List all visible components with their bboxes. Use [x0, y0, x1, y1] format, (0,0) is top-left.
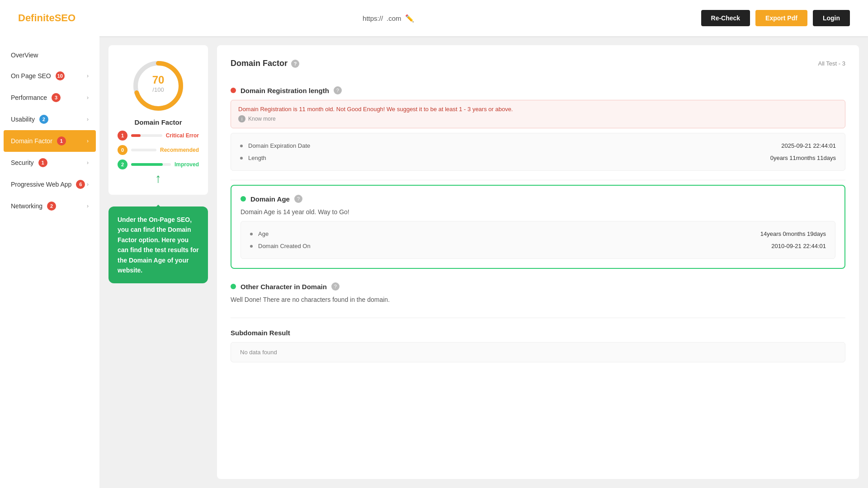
sidebar-label-pwa: Progressive Web App [11, 181, 71, 188]
sidebar-item-overview[interactable]: OverView [0, 45, 99, 65]
factor-row-domain-age: Domain Age ? Domain Age is 14 year old. … [231, 185, 845, 269]
detail-key-age: Age [258, 230, 760, 237]
sidebar-item-usability[interactable]: Usability 2 › [0, 108, 99, 130]
factor-row-header-otherchar: Other Character in Domain ? [231, 282, 845, 291]
chevron-icon-networking: › [87, 203, 89, 209]
sidebar-item-onpageseo[interactable]: On Page SEO 10 › [0, 65, 99, 87]
factor-row-other-char: Other Character in Domain ? Well Done! T… [231, 273, 845, 318]
dot-age [250, 233, 253, 235]
dot-expiration [240, 145, 243, 147]
legend-text-improved: Improved [175, 161, 199, 168]
export-button[interactable]: Export Pdf [755, 10, 807, 26]
legend-items: 1 Critical Error 0 Recommended [118, 131, 199, 169]
sidebar-badge-security: 1 [38, 158, 47, 167]
legend-text-critical: Critical Error [166, 132, 199, 139]
factor-info-icon-age[interactable]: ? [294, 195, 302, 203]
factor-name-otherchar: Other Character in Domain [241, 283, 327, 291]
subdomain-title: Subdomain Result [231, 329, 845, 337]
sidebar-label-overview: OverView [11, 52, 38, 59]
sidebar-item-pwa[interactable]: Progressive Web App 6 › [0, 174, 99, 195]
sidebar-label-performance: Performance [11, 94, 47, 101]
detail-row-expiration: Domain Expiration Date 2025-09-21 22:44:… [240, 140, 836, 152]
sidebar-badge-domainfactor: 1 [57, 136, 66, 145]
detail-row-length: Length 0years 11months 11days [240, 152, 836, 164]
score-number: 70 [152, 74, 165, 86]
section-info-icon[interactable]: ? [291, 60, 299, 68]
sidebar-badge-networking: 2 [47, 202, 56, 211]
sidebar-badge-onpageseo: 10 [56, 71, 65, 80]
status-dot-age [241, 196, 246, 202]
sidebar-badge-pwa: 6 [76, 180, 85, 189]
legend-dot-recommended: 0 [118, 145, 127, 155]
score-total-text: /100 [152, 86, 164, 93]
legend-dot-critical: 1 [118, 131, 127, 141]
chevron-icon-domainfactor: › [87, 138, 89, 144]
detail-row-age: Age 14years 0months 19days [250, 228, 826, 240]
sidebar-item-domainfactor[interactable]: Domain Factor 1 › [4, 130, 96, 152]
content-area: 70 /100 Domain Factor 1 Critical Error [99, 36, 868, 488]
know-more-link[interactable]: Know more [248, 116, 276, 122]
factor-info-icon-otherchar[interactable]: ? [331, 282, 340, 291]
main-content: Domain Factor ? All Test - 3 Domain Regi… [217, 45, 859, 479]
main-layout: OverView On Page SEO 10 › Performance 3 … [0, 36, 868, 488]
success-text-age: Domain Age is 14 year old. Way to Go! [241, 208, 835, 216]
score-circle-svg: 70 /100 [131, 59, 185, 113]
success-text-otherchar: Well Done! There are no characters found… [231, 296, 845, 303]
chevron-icon-usability: › [87, 116, 89, 122]
sidebar: OverView On Page SEO 10 › Performance 3 … [0, 36, 99, 488]
chevron-icon-onpageseo: › [87, 73, 89, 79]
up-arrow-icon: ↑ [155, 171, 161, 186]
legend-item-recommended: 0 Recommended [118, 145, 199, 155]
login-button[interactable]: Login [813, 10, 850, 26]
factor-row-header-registration: Domain Registration length ? [231, 86, 845, 94]
section-title: Domain Factor ? [231, 59, 299, 68]
score-panel: 70 /100 Domain Factor 1 Critical Error [108, 45, 208, 479]
detail-row-created: Domain Created On 2010-09-21 22:44:01 [250, 240, 826, 252]
sidebar-label-usability: Usability [11, 116, 35, 123]
sidebar-badge-performance: 3 [52, 93, 61, 102]
chevron-icon-security: › [87, 160, 89, 166]
logo: DefiniteSEO [18, 12, 75, 24]
legend-item-improved: 2 Improved [118, 160, 199, 169]
section-header: Domain Factor ? All Test - 3 [231, 59, 845, 68]
sidebar-badge-usability: 2 [39, 115, 48, 124]
legend-bar-container-improved [131, 163, 171, 166]
tooltip-box: Under the On-Page SEO, you can find the … [108, 206, 208, 283]
url-protocol: https:// [363, 14, 383, 22]
legend-bar-container-critical [131, 134, 162, 137]
detail-val-age: 14years 0months 19days [760, 230, 826, 237]
detail-val-expiration: 2025-09-21 22:44:01 [781, 142, 836, 149]
legend-bar-improved [131, 163, 163, 166]
detail-key-created: Domain Created On [258, 243, 771, 249]
detail-box-age: Age 14years 0months 19days Domain Create… [241, 221, 835, 259]
legend-bar-container-recommended [131, 149, 156, 151]
header: DefiniteSEO https:// .com ✏️ Re-Check Ex… [0, 0, 868, 36]
edit-icon[interactable]: ✏️ [405, 14, 414, 23]
score-panel-label: Domain Factor [134, 118, 182, 126]
legend-item-critical: 1 Critical Error [118, 131, 199, 141]
factor-name-registration: Domain Registration length [241, 87, 329, 94]
sidebar-item-security[interactable]: Security 1 › [0, 152, 99, 174]
warning-text-registration: Domain Registration is 11 month old. Not… [238, 106, 838, 113]
warning-box-registration: Domain Registration is 11 month old. Not… [231, 100, 845, 128]
url-domain: .com [387, 14, 401, 22]
info-circle-icon: i [238, 115, 245, 122]
detail-key-length: Length [248, 155, 770, 161]
sidebar-item-networking[interactable]: Networking 2 › [0, 195, 99, 217]
sidebar-item-performance[interactable]: Performance 3 › [0, 87, 99, 108]
factor-row-header-age: Domain Age ? [241, 195, 835, 203]
recheck-button[interactable]: Re-Check [701, 10, 750, 26]
detail-val-created: 2010-09-21 22:44:01 [771, 243, 826, 249]
factor-row-domain-registration: Domain Registration length ? Domain Regi… [231, 77, 845, 180]
sidebar-label-onpageseo: On Page SEO [11, 72, 51, 80]
status-dot-otherchar [231, 284, 236, 289]
factor-info-icon-registration[interactable]: ? [334, 86, 342, 94]
chevron-icon-pwa: › [87, 181, 89, 188]
detail-box-registration: Domain Expiration Date 2025-09-21 22:44:… [231, 133, 845, 171]
subdomain-section: Subdomain Result No data found [231, 329, 845, 362]
factor-name-age: Domain Age [250, 195, 290, 203]
detail-val-length: 0years 11months 11days [770, 155, 836, 161]
dot-length [240, 157, 243, 160]
dot-created [250, 245, 253, 248]
section-title-text: Domain Factor [231, 59, 288, 68]
